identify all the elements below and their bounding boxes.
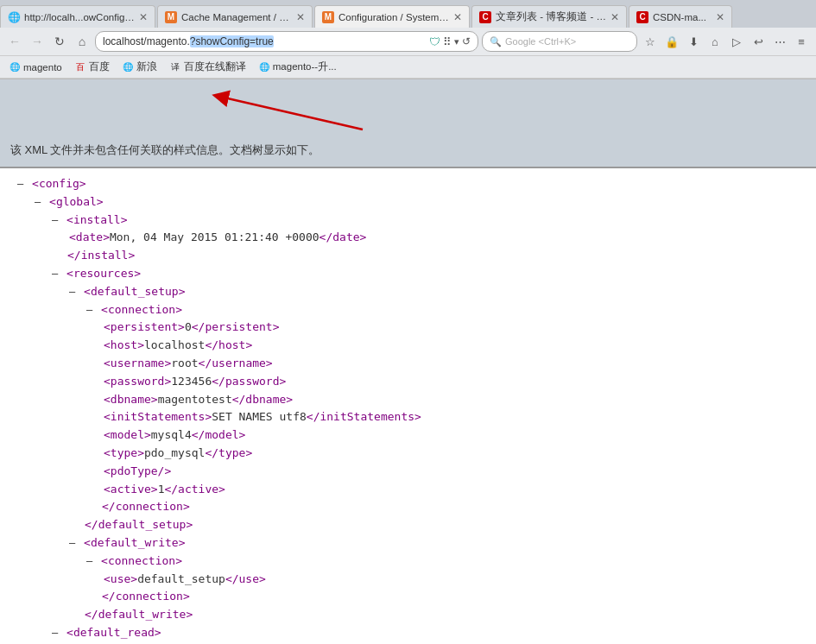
address-prefix: localhost/magento. <box>103 35 190 47</box>
xml-line-23: <use>default_setup</use> <box>104 571 799 589</box>
address-icons: 🛡 ⠿ ▾ ↺ <box>429 35 471 48</box>
xml-line-4: <date>Mon, 04 May 2015 01:21:40 +0000</d… <box>69 229 799 247</box>
xml-notice: 该 XML 文件并未包含任何关联的样式信息。文档树显示如下。 <box>0 136 816 168</box>
tab-1-favicon: 🌐 <box>8 11 20 23</box>
send-icon[interactable]: ▷ <box>727 32 746 51</box>
tab-5-label: CSDN-ma... <box>653 12 712 22</box>
refresh-small-icon[interactable]: ↺ <box>462 35 471 47</box>
xml-line-21: – <default_write> <box>69 534 799 552</box>
collapse-install[interactable]: – <box>52 212 58 229</box>
tab-1-close[interactable]: ✕ <box>139 11 148 23</box>
collapse-connection-2[interactable]: – <box>86 553 92 570</box>
bookmark-baidu-favicon: 百 <box>74 61 86 73</box>
back-button[interactable]: ← <box>5 32 24 51</box>
bookmark-sina-favicon: 🌐 <box>122 61 134 73</box>
bookmarks-bar: 🌐 magento 百 百度 🌐 新浪 译 百度在线翻译 🌐 magento--… <box>0 56 816 79</box>
xml-notice-text: 该 XML 文件并未包含任何关联的样式信息。文档树显示如下。 <box>10 143 319 156</box>
home-button[interactable]: ⌂ <box>73 32 92 51</box>
xml-line-11: <username>root</username> <box>104 355 799 373</box>
xml-line-13: <dbname>magentotest</dbname> <box>104 391 799 409</box>
collapse-default-read[interactable]: – <box>52 625 58 641</box>
tab-3-close[interactable]: ✕ <box>453 11 462 23</box>
bookmark-translate-favicon: 译 <box>169 61 181 73</box>
xml-line-12: <password>123456</password> <box>104 373 799 391</box>
collapse-global[interactable]: – <box>35 194 41 211</box>
xml-line-25: </default_write> <box>69 606 799 624</box>
xml-line-16: <type>pdo_mysql</type> <box>104 445 799 463</box>
xml-line-26: – <default_read> <box>52 624 799 642</box>
address-bar-row: ← → ↻ ⌂ localhost/magento.?showConfig=tr… <box>0 28 816 56</box>
bookmark-baidu-label: 百度 <box>89 60 110 73</box>
toolbar-icons: ☆ 🔒 ⬇ ⌂ ▷ ↩ ⋯ ≡ <box>641 32 811 51</box>
tab-5-close[interactable]: ✕ <box>716 11 724 23</box>
xml-line-9: <persistent>0</persistent> <box>104 319 799 337</box>
xml-line-22: – <connection> <box>86 552 799 571</box>
tab-1-label: http://localh...owConfig=true <box>24 12 136 22</box>
download-icon[interactable]: ⬇ <box>684 32 703 51</box>
bookmark-translate-label: 百度在线翻译 <box>184 60 246 73</box>
xml-line-17: <pdoType/> <box>104 463 799 481</box>
reload-button[interactable]: ↻ <box>50 32 69 51</box>
menu-icon[interactable]: ≡ <box>792 32 811 51</box>
home-toolbar-icon[interactable]: ⌂ <box>705 32 724 51</box>
browser-chrome: 🌐 http://localh...owConfig=true ✕ M Cach… <box>0 0 816 79</box>
bookmark-magento2[interactable]: 🌐 magento--升... <box>255 60 340 74</box>
tab-2[interactable]: M Cache Management / Sy... ✕ <box>157 5 313 28</box>
svg-line-1 <box>220 97 363 129</box>
search-icon: 🔍 <box>490 36 502 47</box>
more-icon[interactable]: ⋯ <box>770 32 789 51</box>
xml-line-18: <active>1</active> <box>104 481 799 499</box>
xml-line-5: </install> <box>52 247 799 265</box>
bookmark-magento2-label: magento--升... <box>273 60 337 73</box>
bookmark-magento2-favicon: 🌐 <box>258 61 270 73</box>
collapse-default-write[interactable]: – <box>69 535 75 552</box>
xml-line-19: </connection> <box>86 498 799 516</box>
xml-line-14: <initStatements>SET NAMES utf8</initStat… <box>104 408 799 426</box>
xml-line-6: – <resources> <box>52 265 799 283</box>
tab-4-label: 文章列表 - 博客频道 - CS... <box>496 10 607 23</box>
xml-line-15: <model>mysql4</model> <box>104 426 799 445</box>
red-arrow-svg <box>0 79 816 136</box>
tab-4[interactable]: C 文章列表 - 博客频道 - CS... ✕ <box>471 5 627 28</box>
back-toolbar-icon[interactable]: ↩ <box>749 32 768 51</box>
xml-line-3: – <install> <box>52 212 799 230</box>
xml-line-8: – <connection> <box>86 301 799 319</box>
bookmark-magento-label: magento <box>23 62 62 73</box>
tab-2-label: Cache Management / Sy... <box>181 12 293 22</box>
grid-icon: ⠿ <box>443 35 452 48</box>
bookmark-sina-label: 新浪 <box>136 60 157 73</box>
xml-content: – <config> – <global> – <install> <date>… <box>0 168 816 644</box>
tab-bar: 🌐 http://localh...owConfig=true ✕ M Cach… <box>0 0 816 28</box>
tab-2-close[interactable]: ✕ <box>296 11 305 23</box>
tab-2-favicon: M <box>165 11 177 23</box>
tab-1[interactable]: 🌐 http://localh...owConfig=true ✕ <box>0 5 155 28</box>
xml-line-7: – <default_setup> <box>69 283 799 301</box>
tab-3-label: Configuration / System /... <box>338 12 450 22</box>
tab-4-favicon: C <box>479 11 491 23</box>
xml-line-20: </default_setup> <box>69 516 799 534</box>
collapse-connection-1[interactable]: – <box>86 302 92 319</box>
tab-5-favicon: C <box>636 11 648 23</box>
star-icon[interactable]: ☆ <box>641 32 660 51</box>
forward-button[interactable]: → <box>28 32 47 51</box>
collapse-config[interactable]: – <box>17 176 23 193</box>
bookmark-magento[interactable]: 🌐 magento <box>5 60 66 74</box>
xml-line-1: – <config> <box>17 175 799 193</box>
address-field[interactable]: localhost/magento.?showConfig=true 🛡 ⠿ ▾… <box>95 31 478 52</box>
lock-icon[interactable]: 🔒 <box>662 32 681 51</box>
tab-5[interactable]: C CSDN-ma... ✕ <box>629 5 732 28</box>
tab-4-close[interactable]: ✕ <box>610 11 619 23</box>
collapse-resources[interactable]: – <box>52 266 58 282</box>
tab-3-favicon: M <box>322 11 334 23</box>
bookmark-translate[interactable]: 译 百度在线翻译 <box>166 60 250 74</box>
dropdown-icon[interactable]: ▾ <box>454 36 459 47</box>
bookmark-sina[interactable]: 🌐 新浪 <box>118 60 161 74</box>
xml-line-24: </connection> <box>86 588 799 606</box>
tab-3[interactable]: M Configuration / System /... ✕ <box>314 5 470 28</box>
search-field[interactable]: 🔍 Google <Ctrl+K> <box>482 31 637 52</box>
annotation-area <box>0 79 816 136</box>
xml-line-2: – <global> <box>35 193 799 212</box>
bookmark-magento-favicon: 🌐 <box>9 61 21 73</box>
bookmark-baidu[interactable]: 百 百度 <box>71 60 113 74</box>
collapse-default-setup[interactable]: – <box>69 284 75 300</box>
